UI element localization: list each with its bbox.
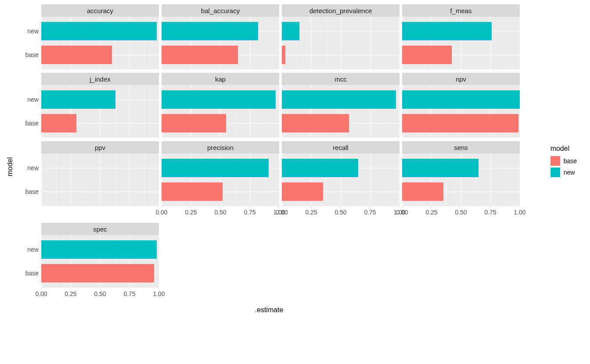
- x-tick-label: 0.75: [364, 209, 376, 216]
- panel: [41, 85, 159, 138]
- legend-item-base: base: [550, 156, 577, 166]
- facet-strip: npv: [402, 73, 520, 85]
- bar-new: [162, 22, 258, 40]
- x-tick-label: 1.00: [514, 209, 525, 216]
- y-tick-label: base: [25, 51, 39, 58]
- bar-new: [162, 90, 276, 109]
- bar-base: [282, 46, 285, 64]
- legend-label: base: [564, 157, 577, 164]
- facet-f_meas: f_meas: [402, 4, 520, 73]
- bar-base: [402, 46, 452, 64]
- facet-strip: mcc: [282, 73, 399, 85]
- bar-base: [41, 46, 112, 64]
- x-tick-label: 0.50: [214, 209, 226, 216]
- panel: [162, 85, 279, 138]
- x-tick-label: 0.25: [425, 209, 437, 216]
- facet-sens: sens0.000.250.500.751.00: [402, 141, 520, 223]
- x-tick-label: 0.00: [396, 209, 408, 216]
- x-axis: 0.000.250.500.751.00: [402, 206, 520, 223]
- facet-strip: kap: [162, 73, 279, 85]
- panel: [162, 153, 279, 206]
- facet-strip: ppv: [41, 141, 159, 153]
- facet-strip: spec: [41, 223, 159, 235]
- bar-new: [41, 240, 157, 259]
- panel: [41, 235, 159, 288]
- bar-new: [402, 90, 520, 109]
- y-tick-label: base: [25, 270, 39, 277]
- facet-mcc: mcc: [282, 73, 399, 141]
- bar-base: [41, 264, 154, 282]
- x-tick-label: 0.75: [244, 209, 255, 216]
- bar-base: [162, 114, 226, 132]
- panel: [282, 85, 399, 138]
- panel: [282, 17, 399, 69]
- facet-strip: sens: [402, 141, 520, 153]
- facet-strip: accuracy: [41, 4, 159, 17]
- facet-detection_prevalence: detection_prevalence: [282, 4, 399, 73]
- y-tick-label: new: [27, 246, 39, 253]
- facet-strip: j_index: [41, 73, 159, 85]
- bar-base: [282, 182, 323, 201]
- facet-strip: precision: [162, 141, 279, 153]
- y-tick-label: base: [25, 188, 39, 195]
- x-tick-label: 0.00: [276, 209, 288, 216]
- x-tick-label: 0.25: [185, 209, 197, 216]
- legend: model basenew: [550, 145, 577, 179]
- panel: [41, 17, 159, 69]
- y-tick-label: new: [27, 164, 39, 171]
- y-tick-label: base: [25, 120, 39, 127]
- x-tick-label: 0.50: [94, 290, 106, 297]
- x-tick-label: 0.50: [335, 209, 346, 216]
- y-axis-label: model: [4, 4, 16, 329]
- panel: [402, 17, 520, 69]
- panel: [162, 17, 279, 69]
- bar-new: [162, 159, 269, 177]
- facet-spec: spec0.000.250.500.751.00: [41, 223, 159, 304]
- bar-new: [402, 22, 492, 40]
- panel: [282, 153, 399, 206]
- x-tick-label: 0.00: [155, 209, 167, 216]
- panel: [41, 153, 159, 206]
- bar-base: [282, 114, 349, 132]
- facet-accuracy: accuracy: [41, 4, 159, 73]
- legend-title: model: [550, 145, 577, 153]
- bar-base: [162, 46, 238, 64]
- legend-item-new: new: [550, 168, 577, 177]
- bar-base: [41, 114, 76, 132]
- panel: [402, 153, 520, 206]
- x-tick-label: 1.00: [153, 290, 165, 297]
- legend-key-base: [550, 156, 560, 166]
- facet-ppv: ppv: [41, 141, 159, 210]
- faceted-bar-chart: model newbaseaccuracybal_accuracydetecti…: [4, 4, 522, 329]
- y-tick-label: new: [27, 28, 39, 35]
- bar-new: [282, 22, 299, 40]
- x-tick-label: 0.00: [35, 290, 47, 297]
- x-tick-label: 0.25: [65, 290, 76, 297]
- y-tick-label: new: [27, 96, 39, 103]
- x-axis: 0.000.250.500.751.00: [41, 288, 159, 304]
- x-tick-label: 0.50: [455, 209, 467, 216]
- x-axis-label: .estimate: [16, 306, 522, 314]
- legend-label: new: [564, 169, 575, 176]
- x-tick-label: 0.75: [123, 290, 135, 297]
- bar-new: [41, 90, 115, 109]
- bar-base: [162, 182, 223, 201]
- facet-strip: recall: [282, 141, 399, 153]
- facet-strip: detection_prevalence: [282, 4, 399, 17]
- facet-kap: kap: [162, 73, 279, 141]
- legend-key-new: [550, 168, 560, 177]
- facet-strip: f_meas: [402, 4, 520, 17]
- facet-precision: precision0.000.250.500.751.00: [162, 141, 279, 223]
- x-axis: 0.000.250.500.751.00: [162, 206, 279, 223]
- facet-bal_accuracy: bal_accuracy: [162, 4, 279, 73]
- x-axis: 0.000.250.500.751.00: [282, 206, 399, 223]
- bar-new: [282, 159, 358, 177]
- bar-new: [41, 22, 157, 40]
- panel: [402, 85, 520, 138]
- x-tick-label: 0.75: [484, 209, 496, 216]
- facet-recall: recall0.000.250.500.751.00: [282, 141, 399, 223]
- x-tick-label: 0.25: [305, 209, 317, 216]
- bar-new: [282, 90, 396, 109]
- facet-npv: npv: [402, 73, 520, 141]
- bar-base: [402, 114, 518, 132]
